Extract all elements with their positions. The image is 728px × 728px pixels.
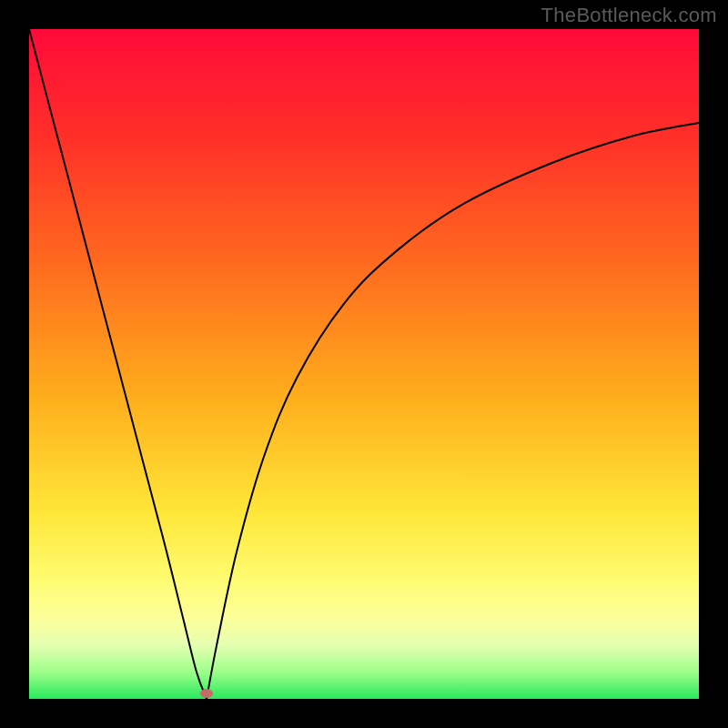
curve-svg [29,29,699,699]
curve-path [29,29,699,699]
min-marker [200,689,213,698]
chart-frame: TheBottleneck.com [0,0,728,728]
site-label: TheBottleneck.com [541,4,717,27]
plot-area [29,29,699,699]
